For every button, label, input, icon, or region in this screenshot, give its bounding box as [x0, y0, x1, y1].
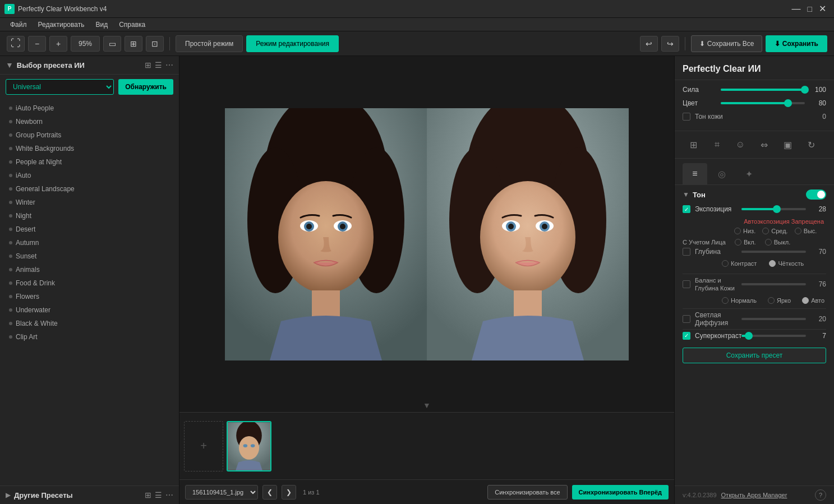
left-sidebar: ▼ Выбор пресета ИИ ⊞ ☰ ⋯ Universal Обнар… — [0, 56, 179, 504]
preset-item-clip-art[interactable]: Clip Art — [0, 330, 179, 344]
color-thumb[interactable] — [784, 99, 792, 107]
next-image-button[interactable]: ❯ — [282, 485, 296, 500]
other-more-icon[interactable]: ⋯ — [165, 491, 173, 500]
other-presets-expand-icon[interactable]: ▶ — [6, 491, 11, 499]
apps-manager-link[interactable]: Открыть Apps Manager — [721, 492, 787, 498]
exposure-thumb[interactable] — [773, 205, 781, 213]
preset-collapse-icon[interactable]: ▼ — [6, 61, 13, 70]
preset-item-black-&-white[interactable]: Black & White — [0, 317, 179, 330]
zoom-out-button[interactable]: − — [28, 36, 46, 52]
preset-item-group-portraits[interactable]: Group Portraits — [0, 128, 179, 142]
preset-item-white-backgrounds[interactable]: White Backgrounds — [0, 142, 179, 155]
save-all-button[interactable]: ⬇ Сохранить Все — [691, 35, 762, 52]
tab-adjustments[interactable]: ≡ — [683, 163, 707, 184]
light-diff-track[interactable] — [741, 318, 806, 320]
preset-item-iauto-people[interactable]: iAuto People — [0, 101, 179, 115]
prev-image-button[interactable]: ❮ — [262, 485, 277, 500]
radio-high[interactable]: Выс. — [795, 228, 817, 234]
fit-screen-button[interactable]: ⛶ — [7, 36, 25, 52]
adjustment-icon[interactable]: ⇔ — [753, 136, 775, 154]
preset-item-food-&-drink[interactable]: Food & Drink — [0, 276, 179, 290]
preset-item-people-at-night[interactable]: People at Night — [0, 155, 179, 169]
balance-track[interactable] — [741, 283, 806, 285]
sharpness-radio[interactable]: Чёткость — [769, 260, 804, 267]
face-off[interactable]: Выкл. — [765, 239, 791, 246]
close-button[interactable]: ✕ — [815, 4, 830, 13]
view-split-button[interactable]: ⊞ — [125, 36, 142, 52]
list-view-icon[interactable]: ☰ — [155, 61, 162, 70]
face-icon[interactable]: ☺ — [730, 136, 751, 154]
menu-help[interactable]: Справка — [113, 18, 151, 31]
super-contrast-track[interactable] — [741, 335, 806, 337]
save-preset-button[interactable]: Сохранить пресет — [683, 348, 826, 363]
preset-item-general-landscape[interactable]: General Landscape — [0, 182, 179, 196]
preset-item-desert[interactable]: Desert — [0, 223, 179, 236]
other-grid-icon[interactable]: ⊞ — [145, 491, 151, 500]
normal-dot — [722, 297, 729, 304]
help-button[interactable]: ? — [815, 489, 826, 501]
preset-dropdown[interactable]: Universal — [6, 79, 114, 95]
exposure-track[interactable] — [741, 208, 806, 210]
radio-low[interactable]: Низ. — [734, 228, 755, 234]
add-image-button[interactable]: + — [184, 421, 223, 471]
tone-toggle[interactable] — [806, 189, 826, 200]
sync-all-button[interactable]: Синхронизировать все — [487, 485, 567, 500]
filename-select[interactable]: 1561109415_1.jpg — [185, 485, 258, 500]
preset-item-newborn[interactable]: Newborn — [0, 115, 179, 128]
bright-radio[interactable]: Ярко — [768, 297, 791, 304]
sync-forward-button[interactable]: Синхронизировать Вперёд — [572, 485, 669, 500]
strength-track[interactable] — [721, 89, 805, 91]
grid-view-icon[interactable]: ⊞ — [145, 61, 151, 70]
tab-color-grade[interactable]: ✦ — [736, 163, 761, 184]
maximize-button[interactable]: □ — [804, 5, 815, 13]
edit-mode-button[interactable]: Режим редактирования — [246, 35, 339, 52]
skin-tone-checkbox[interactable] — [683, 113, 690, 121]
filmstrip-thumbnail[interactable] — [227, 421, 271, 471]
save-button[interactable]: ⬇ Сохранить — [766, 35, 827, 52]
redo-button[interactable]: ↪ — [661, 36, 679, 52]
face-on[interactable]: Вкл. — [735, 239, 756, 246]
menu-file[interactable]: Файл — [4, 18, 33, 31]
super-contrast-thumb[interactable] — [745, 332, 753, 340]
preset-item-night[interactable]: Night — [0, 209, 179, 223]
detect-button[interactable]: Обнаружить — [118, 79, 173, 95]
preset-item-autumn[interactable]: Autumn — [0, 236, 179, 249]
sharpness-dot — [769, 260, 776, 267]
contrast-radio[interactable]: Контраст — [722, 260, 757, 267]
super-contrast-checkbox[interactable]: ✓ — [683, 332, 690, 340]
simple-mode-button[interactable]: Простой режим — [176, 35, 243, 52]
view-single-button[interactable]: ▭ — [103, 36, 121, 52]
exposure-checkbox[interactable]: ✓ — [683, 205, 690, 213]
crop-icon[interactable]: ⊞ — [683, 136, 704, 154]
color-track[interactable] — [721, 102, 805, 104]
menu-view[interactable]: Вид — [90, 18, 113, 31]
preset-item-sunset[interactable]: Sunset — [0, 249, 179, 263]
normal-radio[interactable]: Нормаль — [722, 297, 757, 304]
transform-icon[interactable]: ⌗ — [706, 136, 727, 154]
other-list-icon[interactable]: ☰ — [155, 491, 162, 500]
tone-collapse-icon[interactable]: ▼ — [683, 191, 689, 198]
preset-item-winter[interactable]: Winter — [0, 196, 179, 209]
preset-item-flowers[interactable]: Flowers — [0, 290, 179, 303]
menu-edit[interactable]: Редактировать — [33, 18, 90, 31]
preset-item-underwater[interactable]: Underwater — [0, 303, 179, 317]
depth-track[interactable] — [741, 251, 806, 253]
preset-item-animals[interactable]: Animals — [0, 263, 179, 276]
view-compare-button[interactable]: ⊡ — [146, 36, 164, 52]
levels-icon[interactable]: ▣ — [777, 136, 798, 154]
undo-button[interactable]: ↩ — [640, 36, 658, 52]
strength-thumb[interactable] — [801, 86, 809, 94]
more-options-icon[interactable]: ⋯ — [165, 61, 173, 70]
rotate-icon[interactable]: ↻ — [800, 136, 822, 154]
preset-item-iauto[interactable]: iAuto — [0, 169, 179, 182]
depth-checkbox[interactable] — [683, 248, 690, 256]
right-panel-title: Perfectly Clear ИИ — [675, 56, 834, 80]
minimize-button[interactable]: — — [789, 4, 804, 13]
balance-checkbox[interactable] — [683, 280, 690, 288]
light-diff-checkbox[interactable] — [683, 315, 690, 323]
tab-effects[interactable]: ◎ — [709, 163, 734, 184]
radio-med[interactable]: Сред. — [762, 228, 787, 234]
auto-radio[interactable]: Авто — [802, 297, 824, 304]
zoom-in-button[interactable]: + — [49, 36, 67, 52]
radio-med-label: Сред. — [771, 228, 787, 234]
